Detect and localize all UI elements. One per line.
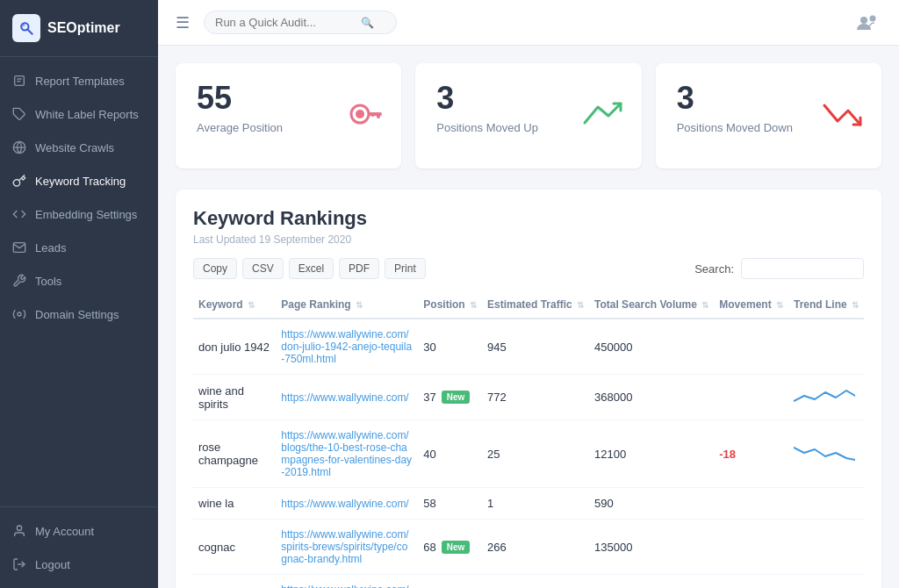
sidebar-bottom: My Account Logout	[0, 506, 158, 588]
trend-cell	[788, 375, 864, 420]
hamburger-icon[interactable]: ☰	[176, 13, 190, 32]
position-value: 68	[423, 541, 435, 554]
sidebar-item-my-account[interactable]: My Account	[0, 514, 158, 548]
position-cell: 97New	[418, 575, 482, 589]
sidebar: SEOptimer Report Templates White Label R…	[0, 0, 158, 588]
position-badge: New	[442, 541, 471, 554]
url-cell: https://www.wallywine.com/	[276, 375, 418, 420]
url-cell: https://www.wallywine.com/don-julio-1942…	[276, 319, 418, 375]
total-search-volume-cell: 12100	[589, 420, 714, 488]
stat-cards: 55 Average Position 3 Positions Moved Up…	[176, 63, 881, 169]
svg-rect-18	[371, 112, 374, 117]
sidebar-label-embedding-settings: Embedding Settings	[35, 208, 137, 221]
total-search-volume-cell: 201000	[589, 575, 714, 589]
url-cell: https://www.wallywine.com/	[276, 488, 418, 520]
sidebar-item-domain-settings[interactable]: Domain Settings	[0, 298, 158, 331]
topbar-right	[853, 9, 881, 37]
sidebar-label-website-crawls: Website Crawls	[35, 141, 114, 154]
copy-button[interactable]: Copy	[193, 258, 237, 279]
excel-button[interactable]: Excel	[289, 258, 334, 279]
svg-line-1	[28, 30, 32, 34]
sort-icon-position[interactable]: ⇅	[470, 300, 477, 310]
col-estimated-traffic: Estimated Traffic ⇅	[482, 291, 589, 319]
keyword-cell: don julio 1942	[193, 319, 276, 375]
position-cell: 30	[418, 319, 482, 375]
topbar: ☰ 🔍	[158, 0, 899, 46]
position-value: 37	[423, 391, 435, 404]
keyword-cell: cognac	[193, 520, 276, 575]
quick-audit-search[interactable]: 🔍	[204, 11, 397, 34]
position-cell: 37New	[418, 375, 482, 420]
search-input[interactable]	[215, 16, 356, 29]
sort-icon-movement[interactable]: ⇅	[776, 300, 783, 310]
arrow-down-icon	[820, 98, 864, 133]
url-cell: https://www.wallywine.com/blogs/the-10-b…	[276, 420, 418, 488]
trend-cell	[788, 575, 864, 589]
sidebar-label-domain-settings: Domain Settings	[35, 308, 119, 321]
print-button[interactable]: Print	[385, 258, 426, 279]
sidebar-label-leads: Leads	[35, 241, 66, 255]
keyword-rankings-section: Keyword Rankings Last Updated 19 Septemb…	[176, 190, 881, 588]
sort-icon-trend[interactable]: ⇅	[852, 300, 859, 310]
sidebar-item-leads[interactable]: Leads	[0, 231, 158, 264]
search-label: Search:	[694, 262, 734, 276]
table-row: wine lahttps://www.wallywine.com/581590	[193, 488, 864, 520]
sidebar-item-white-label-reports[interactable]: White Label Reports	[0, 97, 158, 131]
col-trend-line: Trend Line ⇅	[788, 291, 864, 319]
position-value: 30	[423, 341, 435, 354]
table-row: wine and spiritshttps://www.wallywine.co…	[193, 375, 864, 420]
table-actions: Copy CSV Excel PDF Print Search:	[193, 258, 864, 279]
position-cell: 68New	[418, 520, 482, 575]
url-cell: https://www.wallywine.com/spirits-brews/…	[276, 520, 418, 575]
sidebar-item-website-crawls[interactable]: Website Crawls	[0, 131, 158, 164]
svg-point-12	[860, 17, 867, 24]
table-search-input[interactable]	[741, 258, 864, 279]
sidebar-label-my-account: My Account	[35, 525, 94, 538]
pdf-button[interactable]: PDF	[339, 258, 379, 279]
estimated-traffic-cell: 25	[482, 420, 589, 488]
movement-cell	[714, 375, 788, 420]
svg-point-15	[356, 110, 364, 118]
stat-card-positions-down: 3 Positions Moved Down	[656, 63, 881, 169]
keyword-cell: champagne	[193, 575, 276, 589]
table-row: don julio 1942https://www.wallywine.com/…	[193, 319, 864, 375]
sort-icon-volume[interactable]: ⇅	[701, 300, 708, 310]
arrow-up-icon	[580, 98, 624, 133]
stat-card-avg-position: 55 Average Position	[176, 63, 401, 169]
sidebar-item-embedding-settings[interactable]: Embedding Settings	[0, 197, 158, 231]
svg-point-2	[22, 24, 25, 26]
estimated-traffic-cell: 945	[482, 319, 589, 375]
trend-cell	[788, 488, 864, 520]
table-search-row: Search:	[694, 258, 864, 279]
user-avatar-icon[interactable]	[853, 9, 881, 37]
section-subtitle: Last Updated 19 September 2020	[193, 233, 864, 246]
keyword-table: Keyword ⇅ Page Ranking ⇅ Position ⇅ Esti…	[193, 291, 864, 588]
col-keyword: Keyword ⇅	[193, 291, 276, 319]
sort-icon-keyword[interactable]: ⇅	[248, 300, 255, 310]
sidebar-nav: Report Templates White Label Reports Web…	[0, 57, 158, 506]
sidebar-item-logout[interactable]: Logout	[0, 548, 158, 581]
stat-card-positions-up: 3 Positions Moved Up	[415, 63, 641, 169]
sidebar-item-report-templates[interactable]: Report Templates	[0, 64, 158, 97]
movement-cell	[714, 520, 788, 575]
logo-icon	[12, 14, 40, 42]
search-icon: 🔍	[361, 17, 374, 29]
col-page-ranking: Page Ranking ⇅	[276, 291, 418, 319]
logo-text: SEOptimer	[47, 20, 120, 36]
movement-cell	[714, 488, 788, 520]
keyword-cell: rose champagne	[193, 420, 276, 488]
estimated-traffic-cell: 1	[482, 488, 589, 520]
trend-cell	[788, 520, 864, 575]
sort-icon-traffic[interactable]: ⇅	[577, 300, 584, 310]
sidebar-item-tools[interactable]: Tools	[0, 264, 158, 298]
position-value: 40	[423, 448, 435, 461]
main-content: 55 Average Position 3 Positions Moved Up…	[158, 46, 899, 588]
section-title: Keyword Rankings	[193, 207, 864, 230]
csv-button[interactable]: CSV	[242, 258, 284, 279]
sidebar-label-tools: Tools	[35, 275, 61, 288]
main-area: ☰ 🔍 55 Average Position 3 P	[158, 0, 899, 588]
movement-cell	[714, 575, 788, 589]
sort-icon-page[interactable]: ⇅	[356, 300, 363, 310]
position-value: 58	[423, 497, 435, 510]
sidebar-item-keyword-tracking[interactable]: Keyword Tracking	[0, 164, 158, 197]
